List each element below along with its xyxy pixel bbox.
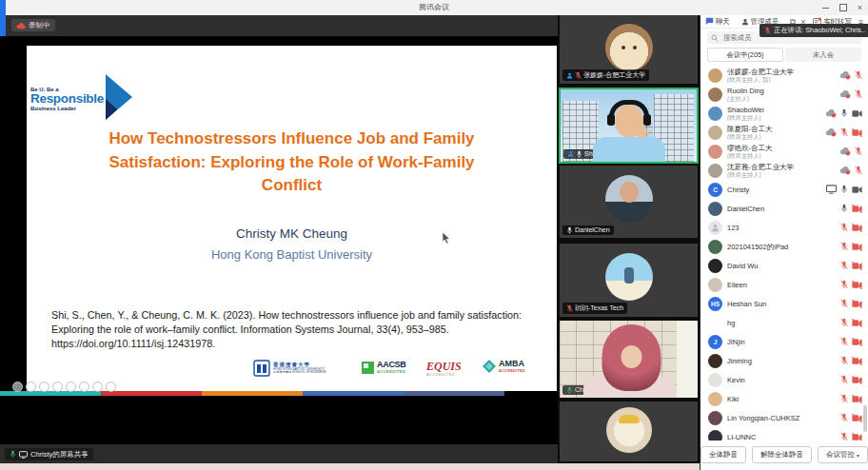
participant-role: (主持人)	[727, 95, 835, 102]
amba-sub-label: ACCREDITED	[499, 369, 525, 373]
avatar: C	[708, 183, 722, 197]
hkbu-logo: 香港浸會大學 HONG KONG BAPTIST UNIVERSITY 工商管理…	[253, 360, 326, 377]
background-window	[677, 321, 698, 398]
member-tabs: 会议中(205) 未入会	[707, 48, 861, 62]
participant-row[interactable]: LI-UNNC	[700, 427, 868, 441]
video-tile-christy[interactable]: Christy	[560, 321, 698, 398]
chat-label: 聊天	[716, 17, 730, 27]
desktop-edge-strip	[0, 463, 700, 470]
screen-sharing-icon	[826, 185, 837, 194]
camera-off-icon	[852, 376, 862, 384]
unmute-all-button[interactable]: 解除全体静音	[752, 446, 812, 463]
participant-row[interactable]: JJINjin	[700, 332, 868, 351]
mic-speaking-icon	[566, 386, 573, 394]
pen-button[interactable]	[39, 382, 49, 392]
participant-row[interactable]: CChristy	[700, 180, 868, 199]
brand-bar-segment-3	[202, 391, 303, 396]
mic-muted-icon	[840, 127, 848, 137]
participant-row[interactable]: 2021041502的iPad	[700, 237, 868, 256]
speaking-tooltip: 正在讲话: ShaoboWei; Chris..	[760, 24, 868, 37]
cloud-recording-icon	[839, 166, 851, 175]
video-thumbnails-column: 张媛媛-合肥工业大学 ShaoboWei DanielChen	[558, 15, 700, 470]
slideshow-toolbar	[12, 382, 116, 392]
participant-row[interactable]: Kiki	[700, 389, 868, 408]
participant-row[interactable]: David Wu	[700, 256, 868, 275]
mouse-cursor	[442, 232, 451, 245]
see-all-slides-button[interactable]	[52, 382, 63, 392]
participant-row[interactable]: DanielChen	[700, 199, 868, 218]
person-face	[621, 345, 641, 368]
brand-bar-segment-4	[303, 391, 404, 396]
cloud-recording-icon	[16, 22, 26, 29]
participant-name: JINjin	[727, 338, 836, 346]
cloud-recording-icon	[839, 147, 851, 156]
participant-row[interactable]: Kevin	[700, 370, 868, 389]
mic-muted-icon	[566, 304, 573, 312]
participant-name: Heshan Sun	[727, 300, 836, 308]
video-tile-texastech[interactable]: 玥玥-Texas Tech	[560, 244, 698, 317]
camera-on-icon	[852, 186, 862, 194]
participant-row[interactable]: Eileen	[700, 275, 868, 294]
person-hand	[635, 126, 647, 138]
display-settings-button[interactable]	[92, 382, 103, 392]
participant-row[interactable]: Lin Yongqian-CUHKSZ	[700, 408, 868, 427]
subtitles-button[interactable]	[79, 382, 89, 392]
zoom-button[interactable]	[66, 382, 76, 392]
hkbu-school-label: 工商管理學院 SCHOOL OF BUSINESS	[273, 371, 326, 375]
avatar	[605, 253, 653, 301]
minimize-button[interactable]	[822, 8, 829, 9]
video-tile-danielchen[interactable]: DanielChen	[560, 166, 698, 238]
mic-on-icon	[840, 185, 848, 194]
avatar	[605, 24, 653, 71]
mic-active-icon	[10, 450, 16, 458]
tab-in-meeting[interactable]: 会议中(205)	[707, 48, 783, 62]
recording-label: 录制中	[29, 21, 50, 30]
mute-all-button[interactable]: 全体静音	[700, 446, 746, 463]
participant-row[interactable]: Jinming	[700, 351, 868, 370]
desktop-accent-strip	[0, 0, 6, 36]
next-slide-button[interactable]	[26, 382, 36, 392]
participant-name: 缪艳欣-合工大	[727, 144, 835, 152]
participant-row[interactable]: 123	[700, 218, 868, 237]
avatar	[708, 316, 722, 330]
screen-share-status[interactable]: Christy的屏幕共享	[5, 448, 93, 460]
cohost-badge-icon	[566, 72, 573, 79]
participant-name: David Wu	[727, 262, 836, 270]
participant-row[interactable]: 陈夏阳-合工大(联席主持人)	[700, 123, 868, 142]
participant-row[interactable]: HSHeshan Sun	[700, 294, 868, 313]
video-tile-label: 玥玥-Texas Tech	[562, 303, 627, 314]
mic-muted-icon	[855, 166, 862, 175]
participant-row[interactable]: 张媛媛-合肥工业大学(联席主持人, 我)	[700, 66, 868, 85]
participant-list: 张媛媛-合肥工业大学(联席主持人, 我)Ruolin Ding(主持人)Shao…	[700, 66, 868, 441]
video-tile-cat[interactable]	[560, 401, 698, 461]
meeting-control-button[interactable]: 会议管控▾	[818, 446, 868, 463]
participant-name: Ruolin Ding	[727, 87, 835, 95]
recording-badge[interactable]: 录制中	[11, 19, 55, 31]
participant-name: ShaoboWei	[727, 106, 820, 114]
video-tile-zhangyuanyuan[interactable]: 张媛媛-合肥工业大学	[560, 15, 698, 84]
prev-slide-button[interactable]	[12, 382, 23, 392]
mic-muted-icon	[840, 356, 848, 365]
tab-not-joined[interactable]: 未入会	[785, 48, 861, 62]
mic-muted-icon	[840, 337, 848, 346]
participant-row[interactable]: Ruolin Ding(主持人)	[700, 85, 868, 104]
participant-name: 张媛媛-合肥工业大学	[727, 68, 835, 76]
avatar	[708, 69, 722, 83]
participant-row[interactable]: 沈莙雅-合肥工业大学(联席主持人)	[700, 161, 868, 180]
scrollbar-thumb[interactable]	[863, 405, 867, 432]
more-button[interactable]	[106, 382, 116, 392]
participant-row[interactable]: hg	[700, 313, 868, 332]
cloud-recording-icon	[825, 127, 837, 137]
cloud-recording-icon	[825, 108, 837, 118]
participant-name: Jinming	[727, 357, 836, 365]
participant-row[interactable]: ShaoboWei(联席主持人)	[700, 104, 868, 123]
close-button[interactable]: ×	[858, 0, 862, 15]
camera-off-icon	[852, 224, 862, 232]
video-tile-shaobowei[interactable]: ShaoboWei	[559, 88, 699, 164]
tab-chat[interactable]: 聊天	[705, 17, 730, 27]
avatar: HS	[708, 297, 722, 311]
maximize-button[interactable]	[839, 4, 847, 11]
participant-name: Christy	[727, 186, 821, 194]
video-tile-label: 张媛媛-合肥工业大学	[562, 69, 649, 81]
participant-row[interactable]: 缪艳欣-合工大(联席主持人)	[700, 142, 868, 161]
